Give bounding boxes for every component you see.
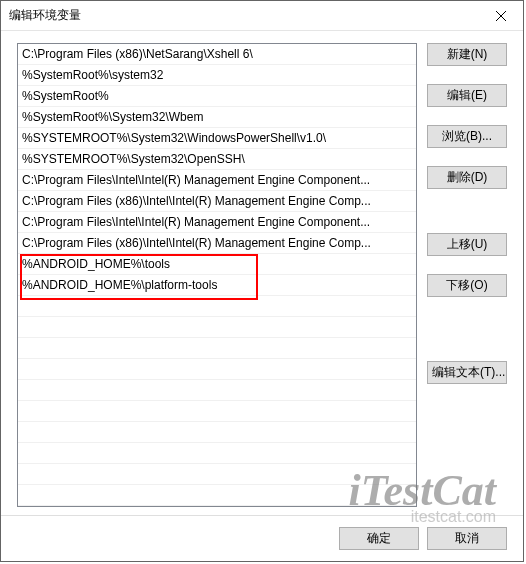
list-item[interactable] bbox=[18, 464, 416, 485]
move-up-button[interactable]: 上移(U) bbox=[427, 233, 507, 256]
list-item[interactable] bbox=[18, 485, 416, 506]
list-item[interactable] bbox=[18, 443, 416, 464]
list-item[interactable] bbox=[18, 380, 416, 401]
edit-env-var-dialog: 编辑环境变量 C:\Program Files (x86)\NetSarang\… bbox=[0, 0, 524, 562]
edit-text-button[interactable]: 编辑文本(T)... bbox=[427, 361, 507, 384]
ok-button[interactable]: 确定 bbox=[339, 527, 419, 550]
browse-button[interactable]: 浏览(B)... bbox=[427, 125, 507, 148]
list-item[interactable] bbox=[18, 317, 416, 338]
edit-button[interactable]: 编辑(E) bbox=[427, 84, 507, 107]
delete-button[interactable]: 删除(D) bbox=[427, 166, 507, 189]
side-button-panel: 新建(N) 编辑(E) 浏览(B)... 删除(D) 上移(U) 下移(O) 编… bbox=[427, 43, 507, 507]
list-item[interactable]: %SystemRoot%\System32\Wbem bbox=[18, 107, 416, 128]
list-item[interactable]: C:\Program Files (x86)\NetSarang\Xshell … bbox=[18, 44, 416, 65]
list-item[interactable]: %SystemRoot%\system32 bbox=[18, 65, 416, 86]
list-item[interactable]: C:\Program Files (x86)\Intel\Intel(R) Ma… bbox=[18, 233, 416, 254]
dialog-content: C:\Program Files (x86)\NetSarang\Xshell … bbox=[1, 31, 523, 515]
list-item[interactable] bbox=[18, 422, 416, 443]
list-item[interactable] bbox=[18, 338, 416, 359]
list-item[interactable]: %ANDROID_HOME%\platform-tools bbox=[18, 275, 416, 296]
list-item[interactable]: %SYSTEMROOT%\System32\OpenSSH\ bbox=[18, 149, 416, 170]
list-item[interactable]: C:\Program Files\Intel\Intel(R) Manageme… bbox=[18, 170, 416, 191]
dialog-footer: 确定 取消 bbox=[1, 515, 523, 561]
list-item[interactable]: C:\Program Files (x86)\Intel\Intel(R) Ma… bbox=[18, 191, 416, 212]
list-item[interactable] bbox=[18, 359, 416, 380]
new-button[interactable]: 新建(N) bbox=[427, 43, 507, 66]
close-button[interactable] bbox=[478, 1, 523, 30]
list-item[interactable]: %SystemRoot% bbox=[18, 86, 416, 107]
cancel-button[interactable]: 取消 bbox=[427, 527, 507, 550]
list-item[interactable]: C:\Program Files\Intel\Intel(R) Manageme… bbox=[18, 212, 416, 233]
list-item[interactable]: %ANDROID_HOME%\tools bbox=[18, 254, 416, 275]
move-down-button[interactable]: 下移(O) bbox=[427, 274, 507, 297]
path-listbox[interactable]: C:\Program Files (x86)\NetSarang\Xshell … bbox=[17, 43, 417, 507]
close-icon bbox=[496, 11, 506, 21]
titlebar: 编辑环境变量 bbox=[1, 1, 523, 31]
list-item[interactable] bbox=[18, 401, 416, 422]
list-item[interactable] bbox=[18, 296, 416, 317]
list-item[interactable]: %SYSTEMROOT%\System32\WindowsPowerShell\… bbox=[18, 128, 416, 149]
dialog-title: 编辑环境变量 bbox=[9, 7, 478, 24]
